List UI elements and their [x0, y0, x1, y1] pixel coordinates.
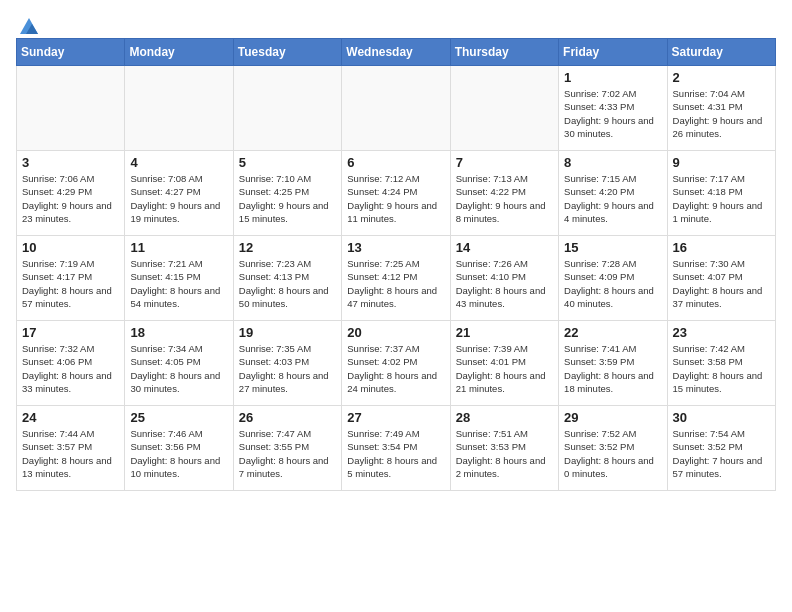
day-number: 10 [22, 240, 119, 255]
calendar-cell: 28Sunrise: 7:51 AM Sunset: 3:53 PM Dayli… [450, 406, 558, 491]
calendar-cell: 26Sunrise: 7:47 AM Sunset: 3:55 PM Dayli… [233, 406, 341, 491]
header-saturday: Saturday [667, 39, 775, 66]
day-info: Sunrise: 7:47 AM Sunset: 3:55 PM Dayligh… [239, 427, 336, 480]
calendar-cell: 2Sunrise: 7:04 AM Sunset: 4:31 PM Daylig… [667, 66, 775, 151]
day-number: 2 [673, 70, 770, 85]
week-row-0: 1Sunrise: 7:02 AM Sunset: 4:33 PM Daylig… [17, 66, 776, 151]
calendar-cell: 30Sunrise: 7:54 AM Sunset: 3:52 PM Dayli… [667, 406, 775, 491]
day-number: 5 [239, 155, 336, 170]
day-info: Sunrise: 7:49 AM Sunset: 3:54 PM Dayligh… [347, 427, 444, 480]
day-info: Sunrise: 7:13 AM Sunset: 4:22 PM Dayligh… [456, 172, 553, 225]
calendar-cell: 23Sunrise: 7:42 AM Sunset: 3:58 PM Dayli… [667, 321, 775, 406]
day-number: 8 [564, 155, 661, 170]
day-info: Sunrise: 7:35 AM Sunset: 4:03 PM Dayligh… [239, 342, 336, 395]
calendar-cell [450, 66, 558, 151]
calendar-cell: 3Sunrise: 7:06 AM Sunset: 4:29 PM Daylig… [17, 151, 125, 236]
day-info: Sunrise: 7:46 AM Sunset: 3:56 PM Dayligh… [130, 427, 227, 480]
calendar-cell [125, 66, 233, 151]
day-info: Sunrise: 7:23 AM Sunset: 4:13 PM Dayligh… [239, 257, 336, 310]
day-info: Sunrise: 7:54 AM Sunset: 3:52 PM Dayligh… [673, 427, 770, 480]
calendar-cell: 8Sunrise: 7:15 AM Sunset: 4:20 PM Daylig… [559, 151, 667, 236]
day-number: 19 [239, 325, 336, 340]
day-info: Sunrise: 7:12 AM Sunset: 4:24 PM Dayligh… [347, 172, 444, 225]
calendar-cell: 18Sunrise: 7:34 AM Sunset: 4:05 PM Dayli… [125, 321, 233, 406]
day-info: Sunrise: 7:32 AM Sunset: 4:06 PM Dayligh… [22, 342, 119, 395]
day-info: Sunrise: 7:21 AM Sunset: 4:15 PM Dayligh… [130, 257, 227, 310]
day-number: 16 [673, 240, 770, 255]
day-info: Sunrise: 7:02 AM Sunset: 4:33 PM Dayligh… [564, 87, 661, 140]
day-info: Sunrise: 7:28 AM Sunset: 4:09 PM Dayligh… [564, 257, 661, 310]
day-number: 27 [347, 410, 444, 425]
day-info: Sunrise: 7:44 AM Sunset: 3:57 PM Dayligh… [22, 427, 119, 480]
calendar-header-row: SundayMondayTuesdayWednesdayThursdayFrid… [17, 39, 776, 66]
day-info: Sunrise: 7:30 AM Sunset: 4:07 PM Dayligh… [673, 257, 770, 310]
week-row-3: 17Sunrise: 7:32 AM Sunset: 4:06 PM Dayli… [17, 321, 776, 406]
day-info: Sunrise: 7:19 AM Sunset: 4:17 PM Dayligh… [22, 257, 119, 310]
day-number: 1 [564, 70, 661, 85]
day-number: 30 [673, 410, 770, 425]
calendar-cell: 4Sunrise: 7:08 AM Sunset: 4:27 PM Daylig… [125, 151, 233, 236]
day-info: Sunrise: 7:26 AM Sunset: 4:10 PM Dayligh… [456, 257, 553, 310]
calendar-cell: 17Sunrise: 7:32 AM Sunset: 4:06 PM Dayli… [17, 321, 125, 406]
calendar-cell: 6Sunrise: 7:12 AM Sunset: 4:24 PM Daylig… [342, 151, 450, 236]
header-friday: Friday [559, 39, 667, 66]
calendar-cell [17, 66, 125, 151]
calendar-cell: 13Sunrise: 7:25 AM Sunset: 4:12 PM Dayli… [342, 236, 450, 321]
day-info: Sunrise: 7:52 AM Sunset: 3:52 PM Dayligh… [564, 427, 661, 480]
day-number: 26 [239, 410, 336, 425]
day-info: Sunrise: 7:10 AM Sunset: 4:25 PM Dayligh… [239, 172, 336, 225]
day-number: 11 [130, 240, 227, 255]
header-monday: Monday [125, 39, 233, 66]
day-info: Sunrise: 7:15 AM Sunset: 4:20 PM Dayligh… [564, 172, 661, 225]
header-wednesday: Wednesday [342, 39, 450, 66]
calendar-cell: 10Sunrise: 7:19 AM Sunset: 4:17 PM Dayli… [17, 236, 125, 321]
calendar-cell: 9Sunrise: 7:17 AM Sunset: 4:18 PM Daylig… [667, 151, 775, 236]
day-info: Sunrise: 7:39 AM Sunset: 4:01 PM Dayligh… [456, 342, 553, 395]
calendar-cell: 29Sunrise: 7:52 AM Sunset: 3:52 PM Dayli… [559, 406, 667, 491]
day-info: Sunrise: 7:08 AM Sunset: 4:27 PM Dayligh… [130, 172, 227, 225]
calendar-cell: 21Sunrise: 7:39 AM Sunset: 4:01 PM Dayli… [450, 321, 558, 406]
logo-icon [18, 16, 40, 38]
day-number: 4 [130, 155, 227, 170]
day-number: 22 [564, 325, 661, 340]
day-info: Sunrise: 7:51 AM Sunset: 3:53 PM Dayligh… [456, 427, 553, 480]
day-info: Sunrise: 7:25 AM Sunset: 4:12 PM Dayligh… [347, 257, 444, 310]
calendar-cell [342, 66, 450, 151]
day-info: Sunrise: 7:06 AM Sunset: 4:29 PM Dayligh… [22, 172, 119, 225]
header-tuesday: Tuesday [233, 39, 341, 66]
calendar-cell: 22Sunrise: 7:41 AM Sunset: 3:59 PM Dayli… [559, 321, 667, 406]
day-number: 7 [456, 155, 553, 170]
day-number: 21 [456, 325, 553, 340]
day-number: 3 [22, 155, 119, 170]
week-row-2: 10Sunrise: 7:19 AM Sunset: 4:17 PM Dayli… [17, 236, 776, 321]
calendar-cell: 15Sunrise: 7:28 AM Sunset: 4:09 PM Dayli… [559, 236, 667, 321]
week-row-1: 3Sunrise: 7:06 AM Sunset: 4:29 PM Daylig… [17, 151, 776, 236]
logo [16, 16, 40, 34]
week-row-4: 24Sunrise: 7:44 AM Sunset: 3:57 PM Dayli… [17, 406, 776, 491]
calendar-cell: 16Sunrise: 7:30 AM Sunset: 4:07 PM Dayli… [667, 236, 775, 321]
day-info: Sunrise: 7:17 AM Sunset: 4:18 PM Dayligh… [673, 172, 770, 225]
day-info: Sunrise: 7:42 AM Sunset: 3:58 PM Dayligh… [673, 342, 770, 395]
day-number: 24 [22, 410, 119, 425]
day-number: 17 [22, 325, 119, 340]
calendar-cell: 24Sunrise: 7:44 AM Sunset: 3:57 PM Dayli… [17, 406, 125, 491]
day-info: Sunrise: 7:37 AM Sunset: 4:02 PM Dayligh… [347, 342, 444, 395]
calendar-cell [233, 66, 341, 151]
day-number: 18 [130, 325, 227, 340]
day-number: 25 [130, 410, 227, 425]
calendar-cell: 1Sunrise: 7:02 AM Sunset: 4:33 PM Daylig… [559, 66, 667, 151]
day-number: 6 [347, 155, 444, 170]
calendar-cell: 12Sunrise: 7:23 AM Sunset: 4:13 PM Dayli… [233, 236, 341, 321]
day-info: Sunrise: 7:41 AM Sunset: 3:59 PM Dayligh… [564, 342, 661, 395]
calendar-cell: 20Sunrise: 7:37 AM Sunset: 4:02 PM Dayli… [342, 321, 450, 406]
header [16, 16, 776, 34]
calendar-cell: 7Sunrise: 7:13 AM Sunset: 4:22 PM Daylig… [450, 151, 558, 236]
day-number: 12 [239, 240, 336, 255]
day-info: Sunrise: 7:34 AM Sunset: 4:05 PM Dayligh… [130, 342, 227, 395]
day-number: 15 [564, 240, 661, 255]
calendar-cell: 19Sunrise: 7:35 AM Sunset: 4:03 PM Dayli… [233, 321, 341, 406]
calendar-cell: 11Sunrise: 7:21 AM Sunset: 4:15 PM Dayli… [125, 236, 233, 321]
header-thursday: Thursday [450, 39, 558, 66]
calendar-table: SundayMondayTuesdayWednesdayThursdayFrid… [16, 38, 776, 491]
day-number: 20 [347, 325, 444, 340]
